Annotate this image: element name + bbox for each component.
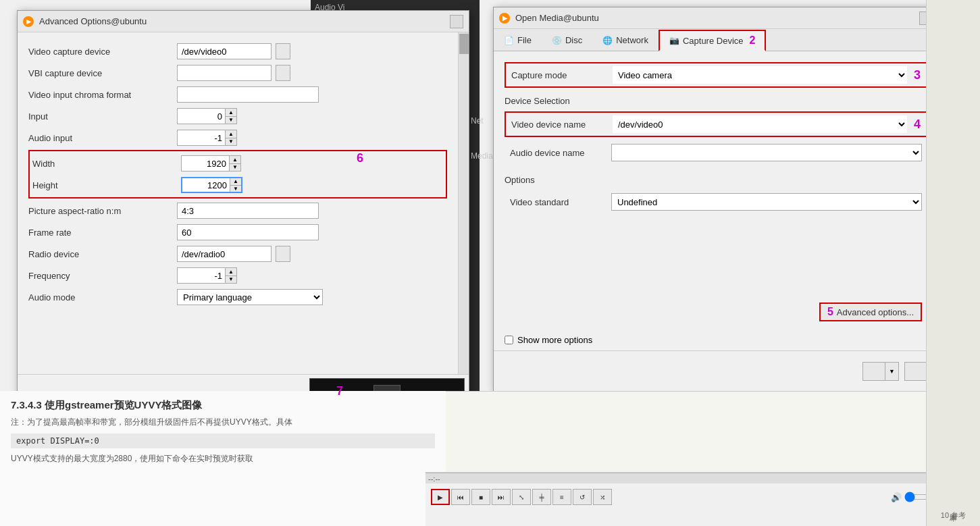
frequency-spin-buttons: ▲ ▼ (225, 268, 236, 283)
capture-mode-label: Capture mode (511, 70, 606, 80)
media-dialog-footer: ▼ (494, 350, 938, 391)
video-device-label: Video device name (511, 120, 606, 130)
tab-capture-device[interactable]: 📷 Capture Device 2 (659, 30, 767, 51)
network-tab-icon: 🌐 (602, 36, 613, 45)
vbi-control (177, 65, 447, 81)
bottom-note1: 注：为了提高最高帧率和带宽，部分模组升级固件后不再提供UYVY格式。具体 (11, 416, 435, 428)
aspect-input[interactable] (177, 203, 319, 219)
device-selection-title: Device Selection (505, 96, 927, 106)
media-dialog-tabs: 📄 File 💿 Disc 🌐 Network 📷 Capture Device… (494, 29, 938, 51)
audio-input-spin-value[interactable] (178, 130, 225, 145)
audio-input-spin-up[interactable]: ▲ (226, 130, 236, 138)
stop-button[interactable]: ■ (471, 489, 490, 505)
height-spin-value[interactable] (182, 178, 230, 192)
radio-browse-button[interactable] (276, 246, 290, 262)
radio-label: Radio device (28, 249, 177, 259)
input-spin-down[interactable]: ▼ (226, 117, 236, 124)
bottom-section-title: 7.3.4.3 使用gstreamer预览UYVY格式图像 (11, 399, 435, 412)
chroma-input[interactable] (177, 86, 319, 103)
advanced-dialog-close-button[interactable] (450, 15, 463, 28)
advanced-options-dialog: ▶ Advanced Options@ubuntu Video capture … (17, 10, 469, 409)
audio-mode-select[interactable]: Primary language (177, 289, 323, 305)
show-more-label: Show more options (517, 335, 592, 345)
vbi-browse-button[interactable] (276, 65, 290, 81)
video-capture-control (177, 43, 447, 59)
vlc-logo-icon: ▶ (23, 16, 34, 27)
framerate-label: Frame rate (28, 228, 177, 238)
volume-icon: 🔊 (891, 492, 902, 502)
right-sidebar: 脚本 10 参考 (926, 0, 980, 526)
play-button[interactable] (862, 362, 885, 381)
video-capture-input[interactable] (177, 43, 272, 59)
playlist-button[interactable]: ≡ (552, 489, 571, 505)
input-spin-up[interactable]: ▲ (226, 109, 236, 117)
prev-button[interactable]: ⏮ (451, 489, 470, 505)
video-capture-browse-button[interactable] (276, 43, 290, 59)
frequency-control: ▲ ▼ (177, 267, 447, 284)
width-spin-value[interactable] (182, 156, 229, 171)
fullscreen-button[interactable]: ⤡ (512, 489, 531, 505)
frequency-spin-value[interactable] (178, 268, 225, 283)
media-cancel-button[interactable] (904, 362, 927, 381)
play-dropdown-arrow[interactable]: ▼ (885, 362, 899, 381)
advanced-dialog-title: Advanced Options@ubuntu (39, 16, 444, 26)
form-row-input: Input ▲ ▼ (28, 105, 447, 127)
width-spin-down[interactable]: ▼ (230, 164, 240, 172)
frequency-spin-down[interactable]: ▼ (226, 276, 236, 284)
frequency-spinner: ▲ ▼ (177, 267, 237, 284)
tab-network[interactable]: 🌐 Network (592, 29, 659, 51)
advanced-dialog-scrollbar[interactable] (458, 32, 469, 374)
file-tab-label: File (517, 35, 532, 45)
height-spin-down[interactable]: ▼ (230, 186, 241, 192)
tab-disc[interactable]: 💿 Disc (542, 29, 592, 51)
audio-device-label: Audio device name (510, 148, 604, 158)
progress-bar[interactable]: --:-- --:-- (425, 473, 979, 483)
loop-button[interactable]: ↺ (573, 489, 592, 505)
form-row-width: Width ▲ ▼ (32, 154, 443, 173)
audio-input-spin-down[interactable]: ▼ (226, 138, 236, 146)
scrollbar-thumb (459, 34, 469, 54)
next-button[interactable]: ⏭ (492, 489, 511, 505)
play-control-button[interactable]: ▶ (431, 489, 450, 505)
show-more-checkbox[interactable] (505, 336, 513, 344)
radio-input[interactable] (177, 246, 272, 262)
form-row-framerate: Frame rate (28, 221, 447, 243)
disc-tab-label: Disc (565, 35, 582, 45)
form-row-video-capture: Video capture device (28, 41, 447, 62)
framerate-input[interactable] (177, 224, 319, 240)
video-standard-label: Video standard (510, 197, 604, 207)
audio-device-select[interactable] (611, 144, 922, 161)
width-spinner: ▲ ▼ (181, 155, 241, 172)
advanced-options-button[interactable]: 5 Advanced options... (819, 303, 922, 321)
tab-file[interactable]: 📄 File (494, 29, 542, 51)
vlc-media-logo-icon: ▶ (499, 13, 510, 24)
media-dialog-content: Capture mode Video camera 3 Device Selec… (494, 51, 938, 335)
equalizer-button[interactable]: ╪ (532, 489, 551, 505)
video-standard-select[interactable]: Undefined (611, 193, 922, 211)
video-device-select[interactable]: /dev/video0 (613, 115, 907, 133)
height-spin-up[interactable]: ▲ (230, 178, 241, 186)
radio-control (177, 246, 447, 262)
frequency-spin-up[interactable]: ▲ (226, 268, 236, 276)
form-row-audio-input: Audio input ▲ ▼ (28, 127, 447, 149)
chroma-control (177, 86, 447, 103)
vbi-input[interactable] (177, 65, 272, 81)
form-row-vbi: VBI capture device (28, 62, 447, 84)
height-label: Height (32, 180, 181, 190)
badge-4: 4 (914, 117, 921, 132)
input-spin-value[interactable] (178, 109, 225, 124)
audio-input-control: ▲ ▼ (177, 130, 447, 146)
sidebar-num-label: 10 参考 (941, 510, 966, 521)
play-button-group: ▼ (862, 362, 899, 381)
width-spin-up[interactable]: ▲ (230, 156, 240, 164)
options-title: Options (505, 175, 927, 185)
capture-tab-icon: 📷 (669, 36, 679, 45)
vbi-label: VBI capture device (28, 68, 177, 78)
random-button[interactable]: ⤮ (593, 489, 612, 505)
capture-mode-select[interactable]: Video camera (613, 66, 907, 84)
code-block: export DISPLAY=:0 (11, 433, 435, 448)
input-spinner: ▲ ▼ (177, 108, 237, 124)
badge-6: 6 (357, 151, 363, 165)
input-spin-buttons: ▲ ▼ (225, 109, 236, 124)
advanced-dialog-form: Video capture device VBI capture device … (18, 32, 458, 374)
